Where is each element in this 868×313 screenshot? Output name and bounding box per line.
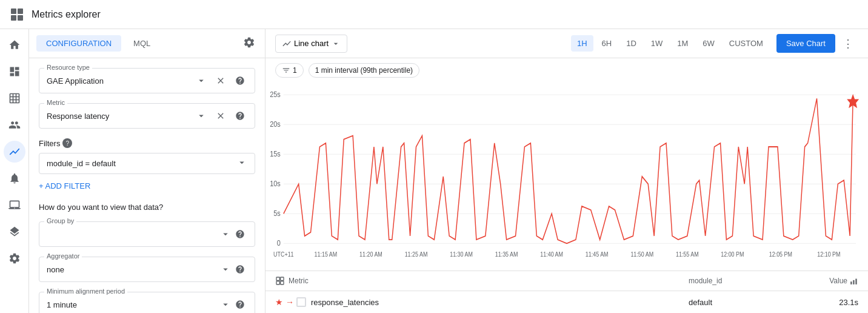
time-btn-custom[interactable]: CUSTOM [723, 35, 769, 52]
nav-dashboard-icon[interactable] [4, 61, 25, 82]
svg-text:10s: 10s [270, 179, 281, 188]
metric-help-button[interactable] [233, 109, 247, 123]
aggregator-label: Aggregator [44, 252, 82, 260]
top-bar: Metrics explorer [0, 0, 868, 29]
svg-text:11:20 AM: 11:20 AM [359, 251, 382, 258]
metric-value: Response latency [47, 112, 189, 121]
min-alignment-dropdown-button[interactable] [218, 297, 233, 312]
col-header-value: Value [810, 277, 858, 285]
chart-toolbar: Line chart 1H 6H 1D 1W 1M 6W CUSTOM Save… [265, 29, 868, 58]
time-controls: 1H 6H 1D 1W 1M 6W CUSTOM Save Chart ⋮ [571, 34, 858, 53]
value-bars-icon [850, 277, 858, 285]
svg-rect-33 [850, 281, 852, 284]
more-options-button[interactable]: ⋮ [838, 35, 858, 53]
nav-bell-icon[interactable] [4, 167, 25, 189]
nav-monitor-icon[interactable] [4, 194, 25, 216]
group-by-dropdown-button[interactable] [218, 227, 233, 241]
min-alignment-value: 1 minute [47, 300, 218, 309]
group-by-field: Group by [39, 221, 255, 247]
metric-clear-button[interactable] [213, 109, 228, 123]
chart-type-select[interactable]: Line chart [275, 35, 347, 53]
add-filter-button[interactable]: + ADD FILTER [39, 179, 255, 193]
app-icon [10, 7, 24, 22]
row-value: 23.1s [810, 298, 858, 307]
filter-expand-button[interactable] [236, 157, 247, 170]
svg-text:20s: 20s [270, 119, 281, 129]
svg-text:5s: 5s [273, 209, 281, 218]
config-body: Resource type GAE Application Metric [29, 58, 265, 313]
nav-home-icon[interactable] [4, 34, 25, 56]
svg-text:11:55 AM: 11:55 AM [676, 251, 699, 258]
min-alignment-help-button[interactable] [233, 297, 247, 312]
svg-text:11:30 AM: 11:30 AM [450, 251, 473, 258]
svg-rect-0 [11, 8, 16, 14]
view-question: How do you want to view that data? [39, 203, 255, 212]
row-icons: ★ → [275, 297, 306, 307]
time-btn-1h[interactable]: 1H [571, 35, 593, 52]
min-alignment-field: Minimum alignment period 1 minute [39, 292, 255, 313]
nav-people-icon[interactable] [4, 114, 25, 136]
svg-text:11:40 AM: 11:40 AM [540, 251, 563, 258]
time-btn-6w[interactable]: 6W [696, 35, 721, 52]
row-arrow-icon: → [285, 297, 294, 307]
svg-rect-1 [18, 8, 23, 14]
chart-line [284, 98, 853, 243]
group-by-label: Group by [44, 217, 76, 224]
legend-filter-chip[interactable]: 1 [275, 63, 304, 78]
svg-text:25s: 25s [270, 90, 281, 99]
nav-layers-icon[interactable] [4, 221, 25, 243]
legend-filter-count: 1 [293, 66, 297, 75]
aggregator-help-button[interactable] [233, 262, 247, 277]
chart-legend: 1 1 min interval (99th percentile) [265, 58, 868, 82]
config-panel: CONFIGURATION MQL Resource type GAE Appl… [29, 29, 265, 313]
nav-grid-icon[interactable] [4, 87, 25, 109]
resource-type-dropdown-button[interactable] [194, 73, 209, 88]
svg-rect-29 [276, 277, 279, 280]
filters-section: Filters ? module_id = default + ADD FILT… [39, 138, 255, 193]
svg-text:12:00 PM: 12:00 PM [721, 251, 744, 258]
svg-rect-35 [855, 279, 856, 284]
nav-chart-icon[interactable] [4, 141, 25, 163]
config-gear-button[interactable] [241, 34, 258, 53]
row-checkbox[interactable] [296, 297, 306, 307]
metric-label: Metric [44, 99, 67, 106]
filters-help-icon[interactable]: ? [62, 138, 72, 148]
svg-text:UTC+11: UTC+11 [273, 251, 294, 258]
resource-type-help-button[interactable] [233, 73, 247, 88]
tab-mql[interactable]: MQL [124, 35, 160, 52]
group-by-help-button[interactable] [233, 227, 247, 241]
svg-text:11:50 AM: 11:50 AM [630, 251, 653, 258]
resource-type-clear-button[interactable] [213, 73, 228, 88]
col-header-metric: Metric [275, 276, 689, 286]
svg-text:11:35 AM: 11:35 AM [495, 251, 518, 258]
col-header-value-label: Value [829, 277, 847, 285]
metric-row: Response latency [47, 109, 247, 123]
resource-type-field: Resource type GAE Application [39, 68, 255, 93]
filter-chip-0[interactable]: module_id = default [39, 153, 255, 174]
table-row: ★ → response_latencies default 23.1s [265, 291, 868, 313]
chart-svg: 25s 20s 15s 10s 5s 0 UTC+11 11:15 AM 11:… [265, 87, 868, 266]
metric-dropdown-button[interactable] [194, 109, 209, 123]
chart-area: 25s 20s 15s 10s 5s 0 UTC+11 11:15 AM 11:… [265, 82, 868, 271]
svg-text:11:25 AM: 11:25 AM [405, 251, 428, 258]
time-btn-1m[interactable]: 1M [671, 35, 694, 52]
left-nav [0, 29, 29, 313]
svg-rect-31 [276, 281, 279, 284]
time-btn-6h[interactable]: 6H [596, 35, 618, 52]
svg-rect-30 [281, 277, 284, 280]
chart-table: Metric module_id Value ★ → response_late… [265, 271, 868, 313]
tab-configuration[interactable]: CONFIGURATION [36, 35, 121, 52]
aggregator-field: Aggregator none [39, 257, 255, 282]
aggregator-dropdown-button[interactable] [218, 262, 233, 277]
nav-settings-icon[interactable] [4, 247, 25, 269]
svg-text:12:10 PM: 12:10 PM [817, 251, 840, 258]
filter-chip-text-0: module_id = default [47, 159, 116, 168]
time-btn-1w[interactable]: 1W [645, 35, 669, 52]
save-chart-button[interactable]: Save Chart [776, 34, 835, 53]
time-btn-1d[interactable]: 1D [620, 35, 643, 52]
svg-rect-34 [853, 280, 854, 284]
svg-text:11:15 AM: 11:15 AM [315, 251, 338, 258]
min-alignment-label: Minimum alignment period [44, 288, 127, 295]
aggregator-value: none [47, 265, 218, 274]
metric-field: Metric Response latency [39, 103, 255, 129]
